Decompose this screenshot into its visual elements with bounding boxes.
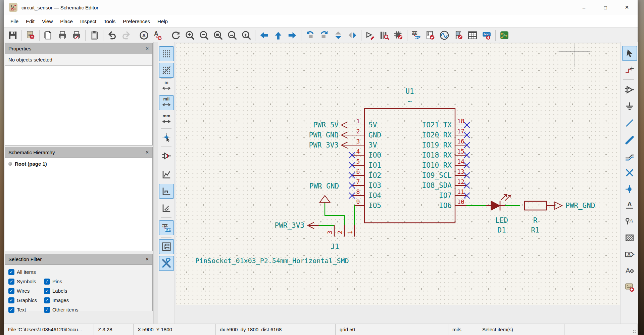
filter-symbols[interactable]: Symbols (8, 277, 44, 286)
u1-value[interactable]: ~ (408, 97, 412, 106)
resistor-r1-symbol[interactable] (525, 201, 546, 210)
filter-text[interactable]: Text (8, 305, 44, 314)
draw-wire-button[interactable] (622, 116, 637, 130)
bus-entry-button[interactable] (622, 150, 637, 165)
resize-grip[interactable] (632, 330, 636, 334)
led-value[interactable]: LED (495, 216, 508, 224)
page-settings-button[interactable] (41, 28, 55, 42)
filter-pins[interactable]: Pins (44, 277, 152, 286)
mirror-vertical-button[interactable] (331, 28, 345, 42)
wire-45deg-button[interactable] (159, 201, 174, 215)
selection-filter-close-button[interactable]: ✕ (145, 254, 149, 264)
units-mils-button[interactable]: mil (159, 95, 174, 110)
checkbox-checked-icon[interactable] (44, 307, 50, 313)
checkbox-checked-icon[interactable] (8, 297, 14, 303)
properties-close-button[interactable]: ✕ (145, 43, 149, 54)
filter-wires[interactable]: Wires (8, 287, 44, 295)
menu-tools[interactable]: Tools (100, 15, 119, 27)
refresh-view-button[interactable] (169, 28, 183, 42)
filter-other-items[interactable]: Other items (44, 305, 152, 314)
led-reference[interactable]: D1 (497, 226, 506, 234)
global-label[interactable]: PWR_3V3 (309, 141, 339, 149)
symbol-library-browser-button[interactable] (377, 28, 391, 42)
resistor-value[interactable]: R (533, 216, 538, 224)
rotate-ccw-button[interactable] (303, 28, 317, 42)
led-d1-symbol[interactable] (491, 201, 500, 210)
place-symbol-button[interactable] (622, 82, 637, 97)
assign-footprints-button[interactable] (391, 28, 405, 42)
global-label[interactable]: PWR_GND (565, 202, 595, 210)
select-tool-button[interactable] (622, 46, 637, 61)
zoom-fit-button[interactable] (211, 28, 225, 42)
units-mm-button[interactable]: mm (159, 112, 174, 127)
prev-sheet-button[interactable] (257, 28, 271, 42)
find-replace-button[interactable]: AB (151, 28, 165, 42)
symbol-fields-table-button[interactable] (465, 28, 480, 42)
j1-footprint[interactable]: PinSocket_01x03_P2.54mm_Horizontal_SMD (195, 257, 349, 265)
place-image-button[interactable] (622, 280, 637, 295)
filter-images[interactable]: Images (44, 296, 152, 304)
highlight-net-button[interactable] (622, 63, 637, 78)
schematic-canvas[interactable]: U1 ~ 1 2 3 4 5 6 7 8 9 5V GND 3V IO0 IO1… (176, 43, 620, 305)
resistor-reference[interactable]: R1 (531, 226, 539, 234)
pcb-editor-button[interactable] (497, 28, 511, 42)
next-sheet-button[interactable] (285, 28, 299, 42)
save-button[interactable] (6, 28, 20, 42)
print-button[interactable] (55, 28, 69, 42)
menu-view[interactable]: View (38, 15, 56, 27)
place-power-button[interactable] (622, 99, 637, 114)
hierarchy-close-button[interactable]: ✕ (145, 147, 149, 158)
bom-button[interactable]: .bom (480, 28, 494, 42)
annotate-button[interactable]: R??R42 (409, 28, 423, 42)
panel-splitter[interactable] (153, 42, 158, 324)
global-label-button[interactable]: A (622, 247, 637, 262)
checkbox-checked-icon[interactable] (8, 279, 14, 285)
schematic-setup-button[interactable] (23, 28, 38, 42)
up-hierarchy-button[interactable] (271, 28, 285, 42)
zoom-objects-button[interactable] (225, 28, 239, 42)
zoom-out-button[interactable] (197, 28, 211, 42)
crosshair-cursor-button[interactable] (159, 130, 174, 144)
checkbox-checked-icon[interactable] (44, 297, 50, 303)
power-symbol[interactable] (320, 196, 330, 202)
filter-labels[interactable]: Labels (44, 287, 152, 295)
hierarchy-root-item[interactable]: Root (page 1) (5, 158, 152, 169)
j1-reference[interactable]: J1 (331, 243, 339, 251)
menu-file[interactable]: File (7, 15, 22, 27)
plot-button[interactable] (69, 28, 84, 42)
sim-probe-button[interactable] (451, 28, 465, 42)
simulator-button[interactable] (437, 28, 451, 42)
find-button[interactable]: A (137, 28, 151, 42)
junction-button[interactable] (622, 182, 637, 197)
power-flag-label[interactable]: PWR_GND (309, 182, 339, 190)
rotate-cw-button[interactable] (317, 28, 331, 42)
maximize-button[interactable]: □ (595, 0, 616, 15)
symbol-editor-button[interactable] (363, 28, 377, 42)
menu-inspect[interactable]: Inspect (77, 15, 100, 27)
checkbox-checked-icon[interactable] (8, 307, 14, 313)
grid-overrides-button[interactable] (159, 63, 174, 78)
wire-90deg-button[interactable] (159, 184, 174, 199)
filter-all-items[interactable]: All items (8, 268, 44, 276)
mirror-horizontal-button[interactable] (345, 28, 359, 42)
global-label[interactable]: PWR_GND (309, 131, 339, 139)
filter-graphics[interactable]: Graphics (8, 296, 44, 304)
properties-panel-button[interactable] (159, 256, 174, 271)
global-label[interactable]: PWR_5V (313, 121, 339, 129)
grid-visibility-button[interactable] (159, 46, 174, 61)
checkbox-checked-icon[interactable] (8, 269, 14, 275)
text-tool-button[interactable]: A (622, 263, 637, 278)
zoom-in-button[interactable] (183, 28, 197, 42)
checkbox-checked-icon[interactable] (8, 288, 14, 294)
hidden-pins-button[interactable] (159, 149, 174, 163)
global-label[interactable]: PWR_3V3 (275, 221, 304, 229)
net-label-button[interactable]: A (622, 198, 637, 212)
zoom-selection-button[interactable] (239, 28, 253, 42)
undo-button[interactable] (105, 28, 119, 42)
menu-edit[interactable]: Edit (22, 15, 38, 27)
no-connect-button[interactable] (622, 165, 637, 180)
redo-button[interactable] (119, 28, 133, 42)
checkbox-checked-icon[interactable] (44, 288, 50, 294)
units-inches-button[interactable]: in (159, 79, 174, 94)
hierarchy-navigator-button[interactable] (159, 239, 174, 254)
